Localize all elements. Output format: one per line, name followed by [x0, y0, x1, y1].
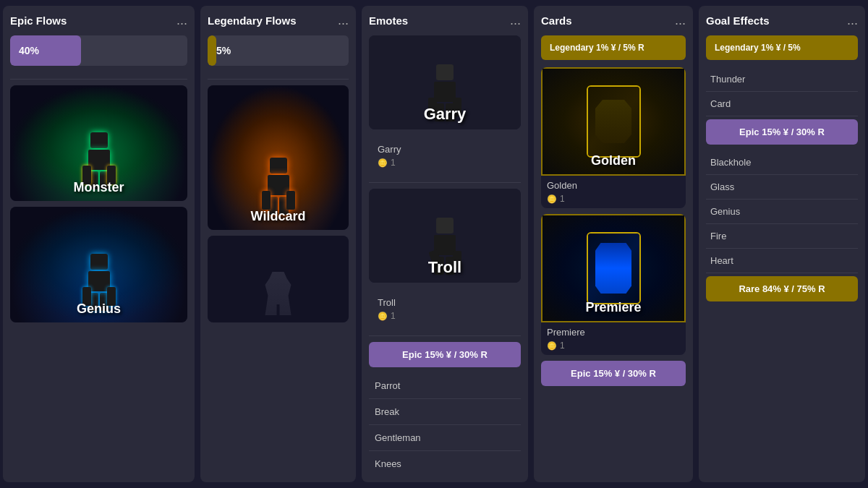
monster-image: Monster	[10, 85, 187, 201]
golden-coins: 🪙 1	[541, 192, 686, 208]
knees-item[interactable]: Knees	[369, 451, 521, 475]
garry-coin-value: 1	[391, 158, 396, 168]
fire-item[interactable]: Fire	[706, 224, 858, 249]
garry-coin-icon: 🪙	[378, 158, 388, 168]
premiere-name: Premiere	[541, 322, 686, 339]
legendary-flows-header: Legendary Flows ...	[208, 13, 349, 28]
genius-image: Genius	[10, 207, 187, 322]
epic-flows-column: Epic Flows ... 40%	[3, 6, 195, 482]
garry-list-item[interactable]: Garry 🪙 1	[369, 135, 521, 176]
goal-legendary-badge: Legendary 1% ¥ / 5%	[706, 35, 858, 60]
emotes-epic-pill[interactable]: Epic 15% ¥ / 30% R	[369, 342, 521, 367]
genius-card[interactable]: Genius	[10, 207, 187, 322]
emotes-header: Emotes ...	[369, 13, 521, 28]
goal-effects-menu[interactable]: ...	[847, 13, 858, 28]
garry-name: Garry	[372, 140, 518, 156]
epic-flows-header: Epic Flows ...	[10, 13, 187, 28]
troll-list-item[interactable]: Troll 🪙 1	[369, 288, 521, 330]
troll-coins: 🪙 1	[372, 309, 518, 325]
garry-card[interactable]: Garry	[369, 35, 521, 129]
gentleman-item[interactable]: Gentleman	[369, 425, 521, 451]
golden-label: Golden	[591, 153, 636, 168]
epic-flows-divider	[10, 79, 187, 80]
epic-flows-progress-bar: 40%	[10, 35, 81, 66]
legendary-flows-divider	[208, 79, 349, 80]
legendary-flows-progress-container: 5%	[208, 35, 349, 66]
wildcard-card[interactable]: Wildcard	[208, 85, 349, 230]
cards-epic-pill[interactable]: Epic 15% ¥ / 30% R	[541, 361, 686, 386]
monster-card[interactable]: Monster	[10, 85, 187, 201]
emotes-column: Emotes ...	[362, 6, 528, 482]
premiere-image: Premiere	[541, 214, 686, 322]
genius-item[interactable]: Genius	[706, 200, 858, 224]
emotes-menu[interactable]: ...	[510, 13, 521, 28]
premiere-coin-value: 1	[560, 341, 565, 351]
ghost-image	[208, 236, 349, 322]
genius-figure	[81, 254, 117, 304]
legendary-flows-scroll[interactable]: Wildcard	[208, 85, 349, 475]
goal-effects-title: Goal Effects	[706, 14, 770, 27]
wildcard-label: Wildcard	[251, 209, 306, 224]
garry-featured-label: Garry	[424, 105, 467, 124]
parrot-item[interactable]: Parrot	[369, 373, 521, 399]
premiere-card[interactable]: Premiere Premiere 🪙 1	[541, 214, 686, 355]
golden-name: Golden	[541, 176, 686, 192]
troll-featured-label: Troll	[428, 258, 461, 277]
goal-epic-pill[interactable]: Epic 15% ¥ / 30% R	[706, 119, 858, 145]
goal-effects-header: Goal Effects ...	[706, 13, 858, 28]
epic-flows-menu[interactable]: ...	[176, 13, 187, 28]
legendary-flows-menu[interactable]: ...	[338, 13, 349, 28]
monster-label: Monster	[73, 180, 124, 195]
emotes-scroll[interactable]: Garry Garry 🪙 1	[369, 35, 521, 475]
glass-item[interactable]: Glass	[706, 175, 858, 200]
blackhole-item[interactable]: Blackhole	[706, 150, 858, 175]
cards-header: Cards ...	[541, 13, 686, 28]
goal-effects-column: Goal Effects ... Legendary 1% ¥ / 5% Thu…	[699, 6, 865, 482]
legendary-flows-progress-bar: 5%	[208, 35, 216, 66]
wildcard-image: Wildcard	[208, 85, 349, 230]
troll-divider	[369, 335, 521, 336]
cards-column: Cards ... Legendary 1% ¥ / 5% R Golden G…	[534, 6, 693, 482]
ghost-card[interactable]	[208, 236, 349, 322]
epic-flows-scroll[interactable]: Monster	[10, 85, 187, 475]
break-item[interactable]: Break	[369, 399, 521, 425]
card-item[interactable]: Card	[706, 92, 858, 116]
thunder-item[interactable]: Thunder	[706, 67, 858, 92]
golden-image: Golden	[541, 67, 686, 176]
golden-coin-value: 1	[560, 194, 565, 204]
emotes-title: Emotes	[369, 14, 408, 27]
cards-legendary-badge: Legendary 1% ¥ / 5% R	[541, 35, 686, 60]
garry-divider	[369, 182, 521, 183]
troll-image: Troll	[369, 189, 521, 283]
epic-flows-progress-container: 40%	[10, 35, 187, 66]
troll-coin-icon: 🪙	[378, 312, 388, 321]
cards-scroll[interactable]: Legendary 1% ¥ / 5% R Golden Golden 🪙 1	[541, 35, 686, 475]
troll-coin-value: 1	[391, 311, 396, 321]
heart-item[interactable]: Heart	[706, 249, 858, 273]
wildcard-figure	[260, 158, 297, 208]
golden-card[interactable]: Golden Golden 🪙 1	[541, 67, 686, 208]
troll-name: Troll	[372, 293, 518, 309]
troll-card[interactable]: Troll	[369, 189, 521, 283]
legendary-flows-column: Legendary Flows ... 5%	[200, 6, 356, 482]
golden-coin-icon: 🪙	[547, 194, 557, 204]
premiere-label: Premiere	[585, 300, 641, 315]
cards-menu[interactable]: ...	[675, 13, 686, 28]
goal-effects-scroll[interactable]: Legendary 1% ¥ / 5% Thunder Card Epic 15…	[706, 35, 858, 475]
legendary-flows-progress-label: 5%	[216, 45, 231, 56]
goal-rare-pill[interactable]: Rare 84% ¥ / 75% R	[706, 276, 858, 301]
cards-title: Cards	[541, 14, 572, 27]
garry-coins: 🪙 1	[372, 156, 518, 172]
genius-label: Genius	[77, 301, 121, 317]
premiere-coin-icon: 🪙	[547, 341, 557, 351]
legendary-flows-title: Legendary Flows	[208, 14, 297, 27]
monster-figure	[81, 132, 117, 183]
epic-flows-progress-label: 40%	[19, 45, 39, 56]
garry-image: Garry	[369, 35, 521, 129]
epic-flows-title: Epic Flows	[10, 14, 67, 27]
premiere-coins: 🪙 1	[541, 339, 686, 355]
